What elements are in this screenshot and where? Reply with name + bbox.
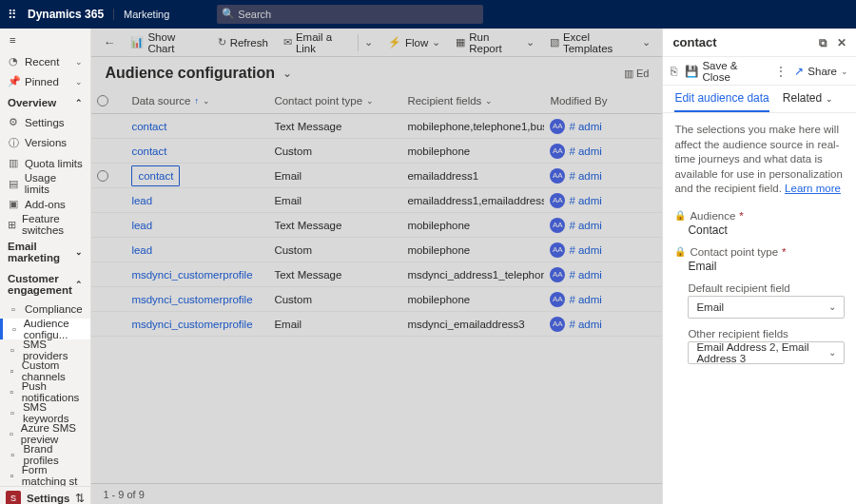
avatar: AA: [550, 317, 565, 332]
chevron-down-icon: ⌄: [366, 96, 374, 106]
table-row[interactable]: leadText MessagemobilephoneAA# admi: [91, 213, 662, 238]
cell-modified-by[interactable]: AA# admi: [544, 144, 658, 159]
data-source-link[interactable]: msdynci_customerprofile: [131, 294, 252, 305]
nav-versions[interactable]: ⓘVersions: [0, 132, 90, 153]
table-row[interactable]: contactText Messagemobilephone,telephone…: [91, 114, 662, 139]
cmd-run-report[interactable]: ▦Run Report⌄: [450, 29, 540, 56]
cell-modified-by[interactable]: AA# admi: [544, 292, 658, 307]
edit-columns-button[interactable]: ▥ Ed: [624, 68, 650, 80]
global-search-input[interactable]: [217, 5, 483, 24]
compliance-icon: ▫: [8, 303, 19, 315]
main-content: ← 📊Show Chart ↻Refresh ✉Email a Link⌄ ⚡F…: [91, 29, 662, 504]
table-row[interactable]: msdynci_customerprofileCustommobilephone…: [91, 287, 662, 312]
other-recipient-select[interactable]: Email Address 2, Email Address 3⌄: [688, 341, 845, 364]
refresh-icon: ↻: [218, 36, 226, 48]
nav-recent[interactable]: ◔Recent⌄: [0, 51, 90, 71]
cell-modified-by[interactable]: AA# admi: [544, 119, 658, 134]
nav-azure-sms[interactable]: ▫Azure SMS preview: [0, 423, 90, 444]
cmd-excel-templates[interactable]: ▧Excel Templates⌄: [544, 29, 656, 56]
nav-brand-profiles[interactable]: ▫Brand profiles: [0, 444, 90, 465]
excel-icon: ▧: [550, 36, 559, 48]
default-recipient-select[interactable]: Email⌄: [688, 296, 845, 319]
col-modified-by[interactable]: Modified By: [544, 95, 658, 107]
nav-sms-providers[interactable]: ▫SMS providers: [0, 339, 90, 360]
table-row[interactable]: contactEmailemailaddress1AA# admi: [91, 164, 662, 188]
cmd-refresh[interactable]: ↻Refresh: [212, 29, 274, 56]
form-icon: ▫: [8, 470, 16, 481]
cell-modified-by[interactable]: AA# admi: [544, 267, 658, 282]
area-label: Settings: [27, 493, 69, 504]
data-source-link[interactable]: contact: [131, 121, 166, 132]
table-row[interactable]: msdynci_customerprofileText Messagemsdyn…: [91, 262, 662, 287]
nav-quota[interactable]: ▥Quota limits: [0, 153, 90, 173]
nav-push[interactable]: ▫Push notifications: [0, 381, 90, 402]
chevron-down-icon: ⌄: [526, 36, 535, 48]
view-title[interactable]: Audience configuration: [105, 65, 275, 82]
nav-compliance[interactable]: ▫Compliance: [0, 300, 90, 319]
data-source-link[interactable]: lead: [131, 244, 152, 256]
cell-cpt: Text Message: [268, 269, 401, 281]
nav-addons[interactable]: ▣Add-ons: [0, 194, 90, 214]
table-row[interactable]: contactCustommobilephoneAA# admi: [91, 139, 662, 164]
nav-sms-keywords[interactable]: ▫SMS keywords: [0, 402, 90, 423]
cmd-flow[interactable]: ⚡Flow⌄: [382, 29, 446, 56]
row-select-radio[interactable]: [97, 170, 108, 182]
nav-group-ce[interactable]: Customer engagement⌃: [0, 267, 90, 300]
back-button[interactable]: ←: [97, 29, 121, 56]
popout-icon[interactable]: ⧉: [819, 36, 827, 49]
tab-edit-audience[interactable]: Edit audience data: [674, 91, 768, 112]
cell-recipient: mobilephone: [401, 145, 544, 157]
nav-feature-switches[interactable]: ⊞Feature switches: [0, 214, 90, 235]
share-button[interactable]: ↗Share⌄: [794, 65, 848, 78]
nav-form-matching[interactable]: ▫Form matching st: [0, 465, 90, 486]
cell-modified-by[interactable]: AA# admi: [544, 193, 658, 208]
chevron-down-icon[interactable]: ⌄: [282, 67, 292, 80]
sms-icon: ▫: [8, 344, 17, 356]
cell-recipient: mobilephone,telephone1,busin...: [401, 121, 544, 132]
data-source-link[interactable]: contact: [131, 145, 166, 157]
chevron-down-icon: ⌄: [203, 96, 210, 106]
table-row[interactable]: leadCustommobilephoneAA# admi: [91, 238, 662, 262]
select-all-radio[interactable]: [97, 95, 108, 107]
nav-settings[interactable]: ⚙Settings: [0, 112, 90, 132]
cell-modified-by[interactable]: AA# admi: [544, 242, 658, 258]
flow-icon: ⚡: [388, 36, 401, 48]
cmd-email-link[interactable]: ✉Email a Link⌄: [278, 29, 379, 56]
field-label-cpt: Contact point type: [690, 246, 778, 258]
nav-collapse-button[interactable]: ≡: [0, 29, 90, 51]
search-icon: 🔍: [222, 8, 235, 20]
more-commands-icon[interactable]: ⋮: [775, 65, 787, 78]
close-icon[interactable]: ✕: [837, 36, 846, 49]
col-data-source[interactable]: Data source ↑⌄: [126, 95, 268, 107]
col-recipient[interactable]: Recipient fields⌄: [401, 95, 544, 107]
global-topbar: ⠿ Dynamics 365 Marketing 🔍: [0, 0, 856, 29]
col-cpt[interactable]: Contact point type⌄: [268, 95, 401, 107]
data-source-link[interactable]: lead: [131, 195, 152, 206]
cell-modified-by[interactable]: AA# admi: [544, 218, 658, 233]
data-source-link[interactable]: msdynci_customerprofile: [131, 269, 252, 281]
chevron-up-icon: ⌃: [75, 280, 83, 289]
nav-group-email[interactable]: Email marketing⌄: [0, 235, 90, 267]
nav-audience-config[interactable]: ▫Audience configu...: [0, 319, 90, 339]
data-source-link[interactable]: lead: [131, 220, 152, 231]
cell-modified-by[interactable]: AA# admi: [544, 168, 658, 184]
data-source-link[interactable]: msdynci_customerprofile: [131, 319, 252, 330]
data-source-link[interactable]: contact: [131, 165, 180, 186]
avatar: AA: [550, 119, 565, 134]
chevron-down-icon: ⌄: [828, 347, 836, 358]
nav-group-overview[interactable]: Overview⌃: [0, 91, 90, 112]
table-row[interactable]: msdynci_customerprofileEmailmsdynci_emai…: [91, 312, 662, 337]
app-launcher-icon[interactable]: ⠿: [8, 8, 18, 22]
table-row[interactable]: leadEmailemailaddress1,emailaddress2,e..…: [91, 188, 662, 213]
nav-pinned[interactable]: 📌Pinned⌄: [0, 71, 90, 91]
cell-recipient: mobilephone: [401, 294, 544, 305]
save-close-button[interactable]: 💾Save & Close: [685, 60, 768, 83]
nav-usage[interactable]: ▤Usage limits: [0, 173, 90, 194]
nav-custom-channels[interactable]: ▫Custom channels: [0, 360, 90, 381]
new-record-icon[interactable]: ⎘: [671, 66, 677, 77]
tab-related[interactable]: Related ⌄: [783, 91, 833, 112]
learn-more-link[interactable]: Learn more: [785, 183, 841, 194]
area-switcher[interactable]: S Settings ⇅: [0, 486, 90, 504]
cmd-show-chart[interactable]: 📊Show Chart: [125, 29, 207, 56]
cell-modified-by[interactable]: AA# admi: [544, 317, 658, 332]
